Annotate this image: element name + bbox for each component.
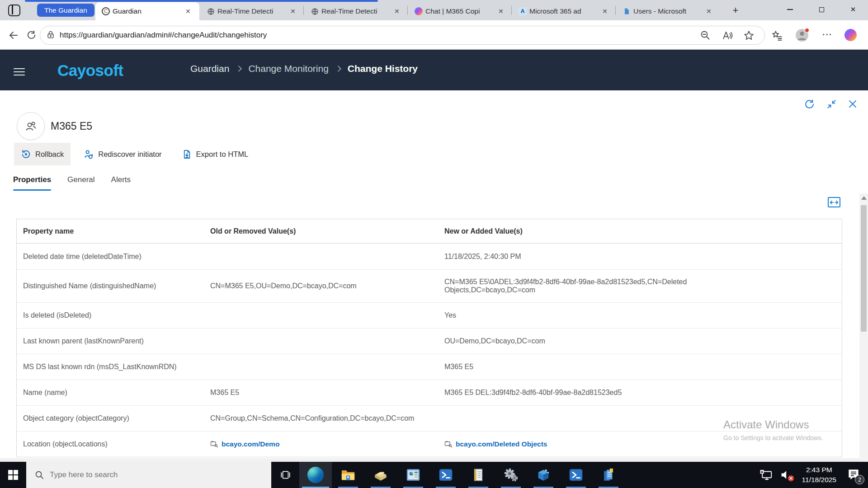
tab-title: Real-Time Detecti	[217, 7, 285, 15]
table-row: Is deleted (isDeleted) Yes	[17, 302, 842, 328]
read-aloud-icon[interactable]	[722, 30, 732, 41]
window-minimize-button[interactable]	[777, 0, 803, 19]
taskbar-ad-tool-button[interactable]	[527, 462, 560, 488]
hamburger-menu-icon[interactable]	[14, 68, 25, 76]
profile-avatar[interactable]	[796, 29, 808, 42]
tab-group-pill[interactable]: The Guardian	[37, 4, 94, 17]
tab-title: Microsoft 365 ad	[529, 7, 597, 15]
favorites-list-icon[interactable]	[771, 30, 782, 41]
chevron-right-icon	[236, 66, 242, 72]
tab-title: Real-Time Detecti	[321, 7, 389, 15]
window-close-button[interactable]: ✕	[840, 0, 866, 19]
zoom-out-icon[interactable]	[700, 30, 711, 41]
profile-notification-dot	[805, 28, 809, 33]
tab-close-icon[interactable]: ✕	[183, 7, 193, 16]
tab-close-icon[interactable]: ✕	[392, 7, 402, 16]
table-row: Object category (objectCategory) CN=Grou…	[17, 405, 842, 431]
time: 2:43 PM	[802, 465, 836, 475]
tab-properties[interactable]: Properties	[13, 175, 51, 191]
rollback-icon	[21, 149, 31, 160]
taskbar-settings-button[interactable]	[495, 462, 527, 488]
new-tab-button[interactable]: +	[729, 4, 742, 17]
edge-icon	[307, 467, 324, 483]
taskbar-search[interactable]	[26, 462, 271, 488]
rediscover-initiator-button[interactable]: Rediscover initiator	[77, 143, 168, 165]
breadcrumb-guardian[interactable]: Guardian	[190, 63, 229, 74]
scrollbar[interactable]	[859, 193, 868, 462]
rediscover-icon	[84, 149, 94, 160]
table-row: Name (name) M365 E5 M365 E5 DEL:3d9f4fb2…	[17, 380, 842, 405]
taskbar-print-migration-button[interactable]	[364, 462, 397, 488]
maximize-icon	[819, 7, 824, 12]
scrollbar-thumb[interactable]	[861, 205, 867, 332]
taskbar-file-explorer-button[interactable]	[332, 462, 364, 488]
monitor-chart-icon	[406, 467, 421, 483]
browser-menu-icon[interactable]: ⋯	[822, 28, 832, 40]
location-link-new[interactable]: bcayo.com/Deleted Objects	[444, 440, 837, 448]
browser-tab-users[interactable]: Users - Microsoft ✕	[616, 2, 718, 20]
col-old-values: Old or Removed Value(s)	[204, 224, 438, 239]
favorites-star-icon[interactable]	[743, 30, 754, 41]
taskbar-edge-button[interactable]	[299, 462, 332, 488]
toolbar: Rollback Rediscover initiator Export to …	[14, 143, 255, 165]
location-link-old[interactable]: bcayo.com/Demo	[210, 440, 434, 448]
panel-refresh-icon[interactable]	[804, 99, 816, 110]
windows-logo-icon	[8, 470, 18, 480]
browser-tab-m365-admin[interactable]: A Microsoft 365 ad ✕	[512, 2, 614, 20]
taskbar-management-console-button[interactable]	[397, 462, 429, 488]
taskbar-clock[interactable]: 2:43 PM 11/18/2025	[798, 465, 840, 485]
search-input[interactable]	[50, 470, 222, 479]
tab-close-icon[interactable]: ✕	[496, 7, 506, 16]
windows-taskbar: 2:43 PM 11/18/2025 2	[0, 462, 868, 488]
lock-icon[interactable]	[46, 30, 57, 41]
cayosoft-logo[interactable]: Cayosoft	[57, 61, 123, 80]
rollback-button[interactable]: Rollback	[14, 143, 71, 165]
fit-columns-icon[interactable]	[828, 197, 840, 207]
browser-tab-guardian[interactable]: C Guardian ✕	[95, 2, 199, 20]
browser-tab-copilot-chat[interactable]: Chat | M365 Copi ✕	[408, 2, 510, 20]
window-maximize-button[interactable]	[808, 0, 835, 19]
scrollbar-up-arrow[interactable]	[861, 196, 867, 200]
export-html-button[interactable]: Export to HTML	[175, 143, 255, 165]
breadcrumb-change-monitoring[interactable]: Change Monitoring	[248, 63, 328, 74]
url-text[interactable]: https://guardian/guardian/admin#/changeA…	[60, 31, 267, 40]
refresh-button[interactable]	[26, 30, 37, 41]
tab-general[interactable]: General	[67, 175, 94, 191]
cayosoft-favicon: C	[102, 7, 110, 15]
tab-close-icon[interactable]: ✕	[600, 7, 610, 16]
tab-close-icon[interactable]: ✕	[288, 7, 298, 16]
tab-alerts[interactable]: Alerts	[111, 175, 131, 191]
panel-tabs: Properties General Alerts	[13, 175, 131, 191]
tab-title: Users - Microsoft	[633, 7, 701, 15]
properties-table: Property name Old or Removed Value(s) Ne…	[16, 219, 842, 457]
table-row: MS DS last known rdn (msDS_LastKnownRDN)…	[17, 354, 842, 380]
taskbar-powershell-button[interactable]	[429, 462, 462, 488]
tab-close-icon[interactable]: ✕	[704, 7, 714, 16]
change-history-panel: M365 E5 Rollback Rediscover initiator Ex…	[0, 90, 868, 462]
browser-tab-realtime-1[interactable]: Real-Time Detecti ✕	[200, 2, 302, 20]
tab-title: Guardian	[113, 7, 180, 15]
copilot-button[interactable]	[844, 29, 857, 41]
back-button[interactable]	[8, 30, 19, 41]
panel-collapse-icon[interactable]	[826, 99, 838, 110]
gears-icon	[503, 467, 519, 483]
network-icon[interactable]	[760, 468, 773, 482]
tab-actions-icon[interactable]	[8, 5, 20, 16]
export-icon	[182, 149, 192, 160]
browser-tab-realtime-2[interactable]: Real-Time Detecti ✕	[304, 2, 406, 20]
taskbar-powershell-2-button[interactable]	[560, 462, 592, 488]
copilot-icon	[415, 7, 423, 15]
panel-close-icon[interactable]	[847, 99, 859, 110]
table-header: Property name Old or Removed Value(s) Ne…	[17, 219, 842, 244]
taskbar-notepad-button[interactable]	[462, 462, 495, 488]
blue-cube-icon	[536, 467, 551, 483]
taskbar-wordpad-button[interactable]	[592, 462, 625, 488]
volume-muted-icon[interactable]	[779, 469, 792, 481]
task-view-button[interactable]	[271, 462, 299, 488]
browser-tab-strip: The Guardian C Guardian ✕ Real-Time Dete…	[0, 0, 868, 20]
start-button[interactable]	[0, 462, 26, 488]
document-stack-icon	[601, 467, 616, 483]
app-header: Cayosoft Guardian Change Monitoring Chan…	[0, 50, 868, 90]
action-center-button[interactable]: 2	[846, 467, 862, 483]
breadcrumb: Guardian Change Monitoring Change Histor…	[190, 63, 418, 74]
